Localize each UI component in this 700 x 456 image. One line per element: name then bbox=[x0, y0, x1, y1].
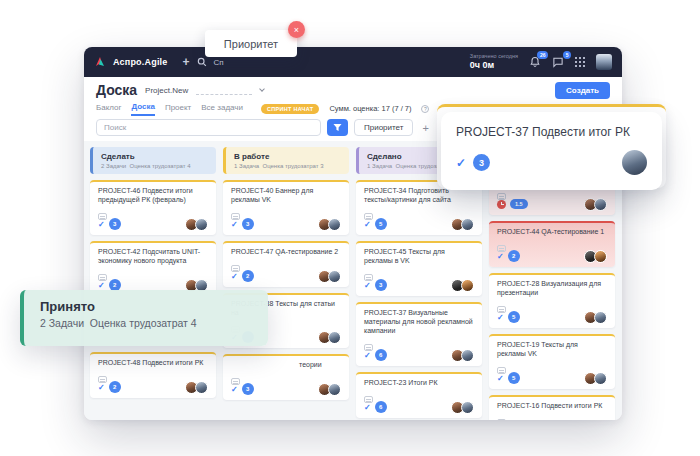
check-icon: ✓ bbox=[364, 281, 371, 290]
help-icon[interactable]: ? bbox=[421, 105, 429, 113]
description-icon bbox=[231, 265, 240, 272]
estimate-badge: 3 bbox=[242, 383, 254, 395]
check-icon: ✓ bbox=[456, 156, 466, 170]
task-title: PROJECT-46 Подвести итоги предыдущей РК … bbox=[98, 186, 208, 204]
description-icon bbox=[364, 396, 373, 403]
close-icon[interactable]: × bbox=[288, 21, 305, 38]
description-icon bbox=[497, 419, 506, 420]
task-card[interactable]: PROJECT-47 QA-тестирование 2 ✓ 2 bbox=[223, 241, 349, 287]
estimate-badge: 3 bbox=[375, 279, 387, 291]
tab-all-tasks[interactable]: Все задачи bbox=[201, 103, 243, 115]
estimate-badge: 3 bbox=[109, 218, 121, 230]
check-icon: ✓ bbox=[497, 252, 504, 261]
description-icon bbox=[231, 378, 240, 385]
description-icon bbox=[497, 193, 506, 200]
check-icon: ✓ bbox=[98, 281, 105, 290]
column-title: Сделать bbox=[101, 152, 208, 161]
avatar bbox=[328, 331, 341, 344]
avatar bbox=[622, 150, 647, 175]
add-icon[interactable]: + bbox=[183, 55, 190, 69]
create-button[interactable]: Создать bbox=[555, 82, 610, 99]
sprint-status-badge: СПРИНТ НАЧАТ bbox=[261, 104, 319, 114]
estimate-badge: 1.5 bbox=[510, 199, 528, 209]
task-card[interactable]: PROJECT-19 Тексты для рекламы VK ✓ 5 bbox=[489, 334, 615, 389]
avatar bbox=[328, 270, 341, 283]
tab-backlog[interactable]: Баклог bbox=[96, 103, 121, 115]
task-popup-card[interactable]: PROJECT-37 Подвести итог РК ✓ 3 bbox=[441, 112, 662, 190]
check-icon: ✓ bbox=[497, 374, 504, 383]
tab-project[interactable]: Проект bbox=[165, 103, 191, 115]
estimate-badge: 6 bbox=[375, 401, 387, 413]
kanban-column-in-progress: В работе 1 Задача Оценка трудозатрат 3 P… bbox=[223, 147, 349, 414]
task-card[interactable]: PROJECT-23 Итоги РК ✓ 6 bbox=[356, 372, 482, 418]
task-title: PROJECT-44 QA-тестирование 1 bbox=[497, 227, 607, 236]
avatar bbox=[195, 381, 208, 394]
deadline-icon bbox=[497, 200, 506, 209]
score-summary: Сумм. оценка: 17 (7 / 7) bbox=[329, 104, 411, 113]
column-title: В работе bbox=[234, 152, 341, 161]
messages-button[interactable]: 5 bbox=[552, 56, 564, 68]
column-header[interactable]: Сделать 2 Задачи Оценка трудозатрат 4 bbox=[90, 147, 216, 174]
project-selector[interactable]: Project.New bbox=[145, 86, 188, 95]
avatar bbox=[594, 372, 607, 385]
avatar bbox=[328, 383, 341, 396]
drag-column-preview[interactable]: Принято 2 Задачи Оценка трудозатрат 4 bbox=[20, 290, 268, 346]
task-card[interactable]: PROJECT-42 Подсчитать UNIT-экономику нов… bbox=[90, 241, 216, 296]
column-meta: 2 Задачи Оценка трудозатрат 4 bbox=[101, 163, 208, 169]
estimate-badge: 5 bbox=[508, 372, 520, 384]
description-icon bbox=[364, 213, 373, 220]
add-filter-button[interactable]: + bbox=[422, 122, 428, 134]
filter-chip-priority[interactable]: Приоритет bbox=[354, 119, 413, 136]
column-header[interactable]: В работе 1 Задача Оценка трудозатрат 3 bbox=[223, 147, 349, 174]
task-card[interactable]: PROJECT-28 Визуализация для презентации … bbox=[489, 273, 615, 328]
avatar bbox=[195, 218, 208, 231]
page: Аспро.Agile + Сп Затрачено сегодня 0ч 0м… bbox=[0, 0, 700, 456]
search-input[interactable] bbox=[96, 119, 321, 136]
task-title: PROJECT-40 Баннер для рекламы VK bbox=[231, 186, 341, 204]
task-card[interactable]: PROJECT-40 Баннер для рекламы VK ✓ 3 bbox=[223, 180, 349, 235]
description-icon bbox=[98, 213, 107, 220]
tooltip-label: Приоритет bbox=[224, 38, 278, 50]
estimate-badge: 5 bbox=[508, 311, 520, 323]
avatar bbox=[594, 311, 607, 324]
estimate-badge: 2 bbox=[109, 381, 121, 393]
check-icon: ✓ bbox=[364, 220, 371, 229]
avatar bbox=[461, 349, 474, 362]
tab-board[interactable]: Доска bbox=[131, 102, 154, 116]
task-title: теории bbox=[231, 360, 341, 369]
task-card[interactable]: PROJECT-16 Подвести итоги РК bbox=[489, 395, 615, 420]
task-title: PROJECT-37 Визуальные материалы для ново… bbox=[364, 308, 474, 335]
task-card[interactable]: PROJECT-45 Тексты для рекламы в VK ✓ 3 bbox=[356, 241, 482, 296]
task-card[interactable]: PROJECT-46 Подвести итоги предыдущей РК … bbox=[90, 180, 216, 235]
estimate-badge: 3 bbox=[473, 154, 490, 171]
avatar bbox=[461, 218, 474, 231]
avatar bbox=[594, 198, 607, 211]
avatar bbox=[461, 401, 474, 414]
check-icon: ✓ bbox=[98, 383, 105, 392]
task-title: PROJECT-42 Подсчитать UNIT-экономику нов… bbox=[98, 247, 208, 265]
chevron-down-icon[interactable] bbox=[259, 86, 265, 92]
notifications-button[interactable]: 26 bbox=[529, 56, 541, 68]
drag-column-meta: 2 Задачи Оценка трудозатрат 4 bbox=[40, 317, 252, 329]
time-spent-value: 0ч 0м bbox=[470, 60, 518, 71]
nav-menu-item[interactable]: Сп bbox=[214, 58, 224, 67]
task-card[interactable]: PROJECT-44 QA-тестирование 1 ✓ 2 bbox=[489, 221, 615, 267]
description-icon bbox=[364, 344, 373, 351]
apps-grid-icon[interactable] bbox=[575, 57, 585, 67]
task-title: PROJECT-48 Подвести итоги РК bbox=[98, 358, 208, 367]
search-icon[interactable] bbox=[197, 57, 207, 67]
filter-button[interactable] bbox=[327, 119, 348, 136]
description-icon bbox=[364, 274, 373, 281]
user-avatar[interactable] bbox=[596, 54, 612, 70]
estimate-badge: 2 bbox=[508, 250, 520, 262]
drag-column-title: Принято bbox=[40, 299, 252, 314]
kanban-column-todo: Сделать 2 Задачи Оценка трудозатрат 4 PR… bbox=[90, 147, 216, 414]
estimate-badge: 5 bbox=[375, 218, 387, 230]
check-icon: ✓ bbox=[98, 220, 105, 229]
estimate-badge: 6 bbox=[375, 349, 387, 361]
task-card[interactable]: PROJECT-48 Подвести итоги РК ✓ 2 bbox=[90, 352, 216, 398]
task-title: PROJECT-16 Подвести итоги РК bbox=[497, 401, 607, 410]
task-title: PROJECT-19 Тексты для рекламы VK bbox=[497, 340, 607, 358]
task-card[interactable]: PROJECT-37 Визуальные материалы для ново… bbox=[356, 302, 482, 366]
task-card[interactable]: теории ✓ 3 bbox=[223, 354, 349, 400]
